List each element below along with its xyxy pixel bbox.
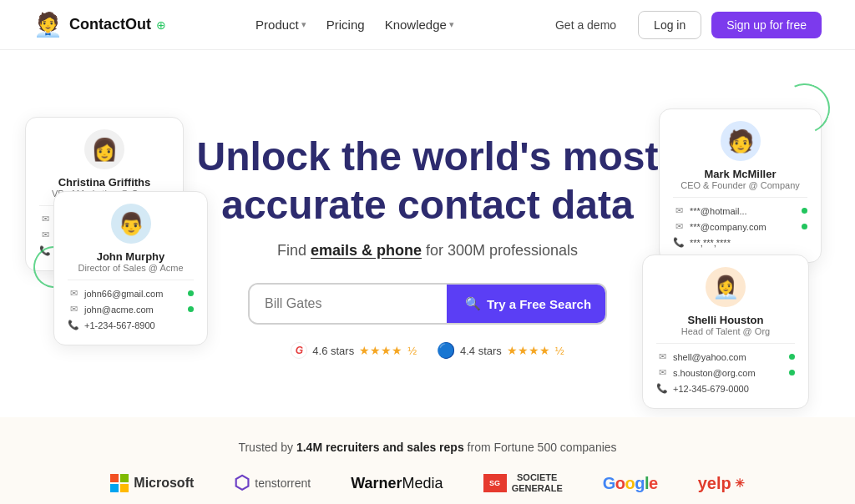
card-name-john: John Murphy <box>68 250 194 263</box>
societe-icon: SG <box>483 474 507 492</box>
google-logo-footer: Google <box>603 474 658 493</box>
ratings-row: G 4.6 stars ★★★★½ 🔵 4.4 stars ★★★★½ <box>291 341 564 360</box>
google-rating: G 4.6 stars ★★★★½ <box>291 342 417 359</box>
email-icon: ✉ <box>656 351 668 362</box>
card-title-shelli: Head of Talent @ Org <box>656 326 795 336</box>
left-cards: 👩 Christina Griffiths VP of Marketing @ … <box>25 117 184 271</box>
logo-text: ContactOut <box>69 16 151 33</box>
search-bar: 🔍 Try a Free Search <box>248 283 607 325</box>
google-logo: G <box>291 342 307 359</box>
google-stars: ★★★★ <box>359 344 402 357</box>
login-button[interactable]: Log in <box>638 11 701 39</box>
email-icon: ✉ <box>656 367 668 378</box>
nav-links: Product ▾ Pricing Knowledge ▾ <box>247 13 463 37</box>
trusted-text: Trusted by 1.4M recruiters and sales rep… <box>33 441 822 454</box>
nav-right: Get a demo Log in Sign up for free <box>544 11 822 39</box>
verified-dot <box>789 354 795 360</box>
card-email2-john: ✉ john@acme.com <box>68 301 194 317</box>
verified-dot <box>789 370 795 375</box>
verified-dot <box>188 290 194 296</box>
phone-icon: 📞 <box>68 320 79 330</box>
yelp-wordmark: yelp <box>698 474 731 493</box>
search-input[interactable] <box>250 285 447 323</box>
phone-icon: 📞 <box>39 245 51 256</box>
google-wordmark: Google <box>603 474 658 493</box>
logo-icon: 🧑‍💼 <box>33 11 63 38</box>
nav-product[interactable]: Product ▾ <box>247 13 315 37</box>
avatar-christina: 👩 <box>84 129 124 169</box>
yelp-burst-icon: ✳ <box>735 476 745 490</box>
card-name-mark: Mark McMiller <box>673 168 807 180</box>
phone-icon: 📞 <box>673 237 685 248</box>
logo[interactable]: 🧑‍💼 ContactOut ⊕ <box>33 11 166 38</box>
half-star-icon-2: ½ <box>555 345 564 357</box>
verified-dot <box>802 208 807 214</box>
chrome-logo: 🔵 <box>437 341 455 360</box>
phone-icon: 📞 <box>656 383 668 394</box>
chevron-down-icon: ▾ <box>301 19 306 30</box>
email-icon: ✉ <box>673 205 685 216</box>
logo-badge: ⊕ <box>156 18 166 32</box>
card-name-shelli: Shelli Houston <box>656 314 795 326</box>
card-email2-mark: ✉ ***@company.com <box>673 219 807 234</box>
warnermedia-logo: WarnerMedia <box>351 475 443 492</box>
half-star-icon: ½ <box>407 345 417 357</box>
search-icon: 🔍 <box>465 296 481 311</box>
signup-button[interactable]: Sign up for free <box>711 12 822 38</box>
card-email2-shelli: ✉ s.houston@org.com <box>656 365 795 381</box>
nav-knowledge[interactable]: Knowledge ▾ <box>377 13 463 37</box>
card-john: 👨 John Murphy Director of Sales @ Acme ✉… <box>53 191 208 345</box>
hero-section: 👩 Christina Griffiths VP of Marketing @ … <box>0 50 855 417</box>
avatar-john: 👨 <box>111 204 151 244</box>
navbar: 🧑‍💼 ContactOut ⊕ Product ▾ Pricing Knowl… <box>0 0 855 50</box>
chrome-stars: ★★★★ <box>507 344 550 357</box>
get-demo-link[interactable]: Get a demo <box>544 12 628 38</box>
avatar-shelli: 👩‍💼 <box>706 267 746 307</box>
email-icon: ✉ <box>673 221 685 232</box>
chevron-down-icon: ▾ <box>449 19 454 30</box>
card-name-christina: Christina Griffiths <box>39 176 169 189</box>
card-email1-shelli: ✉ shell@yahoo.com <box>656 349 795 365</box>
company-logos: Microsoft ⬡ tenstorrent WarnerMedia SG S… <box>33 472 822 494</box>
yelp-logo: yelp ✳ <box>698 474 745 493</box>
hero-subtext: Find emails & phone for 300M professiona… <box>277 242 578 260</box>
verified-dot <box>802 224 807 229</box>
verified-dot <box>188 306 194 312</box>
search-button[interactable]: 🔍 Try a Free Search <box>447 285 607 323</box>
card-phone-shelli: 📞 +12-345-679-0000 <box>656 381 795 396</box>
card-mark: 🧑 Mark McMiller CEO & Founder @ Company … <box>659 108 822 263</box>
email-icon: ✉ <box>68 288 79 299</box>
card-phone-mark: 📞 ***,***,**** <box>673 234 807 250</box>
trusted-section: Trusted by 1.4M recruiters and sales rep… <box>0 417 855 504</box>
chrome-rating: 🔵 4.4 stars ★★★★½ <box>437 341 564 360</box>
tenstorrent-logo: ⬡ tenstorrent <box>234 472 311 494</box>
card-email1-john: ✉ john66@gmail.com <box>68 285 194 301</box>
card-title-john: Director of Sales @ Acme <box>68 263 194 273</box>
hero-headline: Unlock the world's most accurate contact… <box>197 133 659 229</box>
right-cards: 🧑 Mark McMiller CEO & Founder @ Company … <box>642 108 822 409</box>
nav-pricing[interactable]: Pricing <box>318 13 373 37</box>
card-phone-john: 📞 +1-234-567-8900 <box>68 317 194 333</box>
email-icon: ✉ <box>68 304 79 315</box>
email-icon: ✉ <box>39 214 51 224</box>
tenstorrent-icon: ⬡ <box>234 472 250 494</box>
card-email1-mark: ✉ ***@hotmail... <box>673 203 807 219</box>
card-title-mark: CEO & Founder @ Company <box>673 180 807 190</box>
avatar-mark: 🧑 <box>721 121 761 161</box>
societe-logo: SG SOCIETEGENERALE <box>483 472 563 494</box>
warnermedia-text: WarnerMedia <box>351 475 443 492</box>
card-christina: 👩 Christina Griffiths VP of Marketing @ … <box>25 117 184 271</box>
card-shelli: 👩‍💼 Shelli Houston Head of Talent @ Org … <box>642 255 809 409</box>
email-icon: ✉ <box>39 229 51 240</box>
microsoft-icon <box>110 474 129 492</box>
microsoft-logo: Microsoft <box>110 474 194 492</box>
